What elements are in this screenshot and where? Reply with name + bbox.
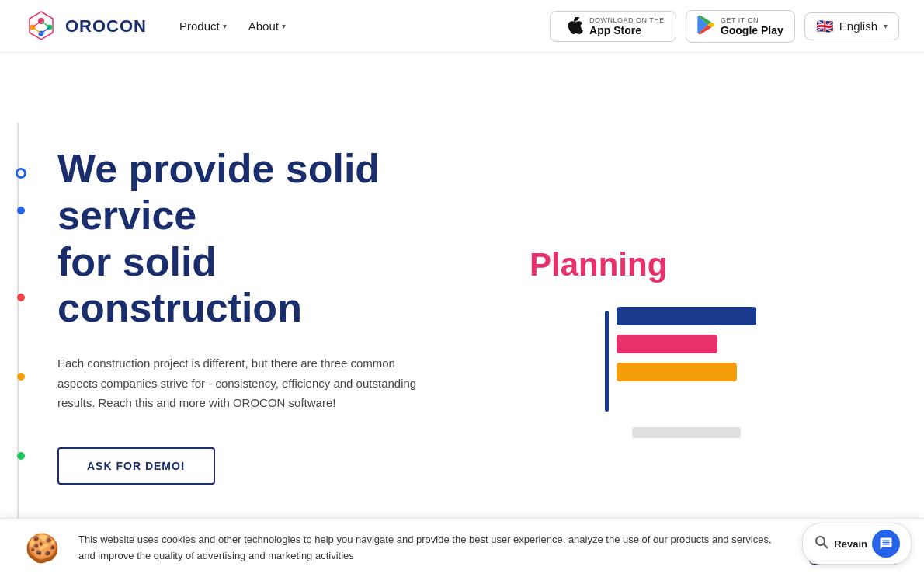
nav-about[interactable]: About ▾	[241, 16, 294, 36]
planning-section: Planning	[483, 53, 924, 568]
nav-right: Download on the App Store GET IT ON Goog…	[550, 10, 899, 43]
side-line	[17, 123, 19, 568]
hero-section: We provide solid service for solid const…	[34, 53, 483, 568]
revain-chat-icon[interactable]	[872, 530, 900, 558]
main-content: We provide solid service for solid const…	[0, 53, 924, 568]
language-chevron-icon: ▾	[884, 22, 888, 30]
gantt-row-2	[617, 335, 756, 353]
gantt-vertical-bar	[605, 311, 609, 412]
dot-red	[17, 294, 25, 301]
gantt-bar-yellow	[617, 363, 737, 381]
google-play-button[interactable]: GET IT ON Google Play	[686, 10, 795, 43]
svg-line-11	[824, 544, 828, 547]
gantt-row-3	[617, 363, 756, 381]
about-chevron-icon: ▾	[282, 22, 286, 30]
product-chevron-icon: ▾	[223, 22, 227, 30]
dot-spacer3	[20, 408, 22, 424]
svg-line-8	[41, 27, 50, 33]
language-selector[interactable]: 🇬🇧 English ▾	[804, 12, 899, 40]
flag-icon: 🇬🇧	[816, 18, 833, 35]
dot-spacer2	[20, 329, 22, 345]
demo-button[interactable]: ASK FOR DEMO!	[57, 447, 215, 485]
dot-spacer4	[20, 488, 22, 519]
side-dots	[0, 53, 34, 568]
logo[interactable]: OROCON	[25, 10, 147, 43]
apple-logo-icon	[568, 17, 583, 36]
logo-icon	[25, 10, 57, 43]
cookie-text: This website uses cookies and other tech…	[78, 532, 790, 565]
app-store-button[interactable]: Download on the App Store	[550, 11, 676, 42]
dot-spacer	[20, 242, 22, 266]
nav-product[interactable]: Product ▾	[172, 16, 234, 36]
navbar: OROCON Product ▾ About ▾ Download on the…	[0, 0, 924, 53]
dot-active	[16, 168, 26, 179]
cookie-icon: 🍪	[25, 532, 60, 565]
svg-line-7	[33, 27, 41, 33]
dot-green	[17, 452, 25, 460]
gantt-chart	[605, 307, 756, 412]
app-store-text: Download on the App Store	[589, 16, 665, 36]
logo-text: OROCON	[65, 16, 147, 36]
hero-title: We provide solid service for solid const…	[57, 146, 452, 332]
gantt-row-1	[617, 307, 756, 325]
nav-links: Product ▾ About ▾	[172, 16, 294, 36]
gantt-bar-red	[617, 335, 717, 353]
google-play-text: GET IT ON Google Play	[721, 16, 783, 36]
nav-left: OROCON Product ▾ About ▾	[25, 10, 294, 43]
bottom-bar	[632, 427, 741, 438]
revain-widget[interactable]: Revain	[802, 523, 912, 565]
planning-title: Planning	[530, 246, 667, 283]
hero-description: Each construction project is different, …	[57, 353, 430, 413]
revain-search-icon	[814, 534, 829, 554]
svg-line-6	[41, 21, 50, 27]
dot-yellow	[17, 373, 25, 381]
bottom-bar-wrap	[632, 427, 741, 438]
svg-line-5	[33, 21, 41, 27]
cookie-banner: 🍪 This website uses cookies and other te…	[0, 518, 924, 577]
google-play-icon	[697, 16, 714, 37]
dot-blue-1	[17, 207, 25, 214]
gantt-bar-blue	[617, 307, 756, 325]
language-label: English	[839, 19, 877, 33]
revain-label: Revain	[834, 538, 867, 550]
gantt-rows	[617, 307, 756, 381]
